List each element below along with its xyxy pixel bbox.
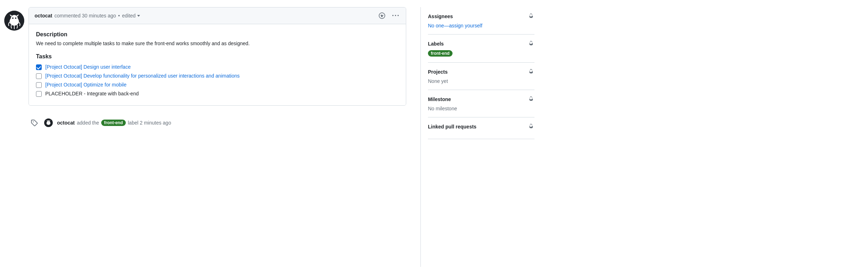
comment-header: octocat commented 30 minutes ago • edite…	[29, 7, 406, 24]
milestone-gear-button[interactable]	[527, 96, 534, 103]
sidebar-section-labels: Labels front-end	[428, 35, 534, 63]
edited-dropdown[interactable]: edited	[122, 13, 140, 19]
avatar[interactable]	[4, 11, 24, 31]
svg-point-14	[48, 121, 48, 122]
sidebar-milestone-title: Milestone	[428, 96, 451, 102]
comment-box: octocat commented 30 minutes ago • edite…	[29, 7, 406, 106]
activity-avatar-svg	[44, 118, 53, 127]
comment-body: Description We need to complete multiple…	[29, 24, 406, 105]
task-link-3[interactable]: [Project Octocat] Optimize for mobile	[45, 82, 126, 88]
activity-author[interactable]: octocat	[57, 120, 75, 126]
assign-yourself-link[interactable]: No one—assign yourself	[428, 23, 482, 28]
projects-gear-icon	[528, 69, 534, 75]
sidebar-section-linked-prs: Linked pull requests	[428, 117, 534, 139]
sidebar-section-assignees: Assignees No one—assign yourself	[428, 7, 534, 35]
sidebar-linked-prs-header: Linked pull requests	[428, 123, 534, 130]
svg-point-11	[47, 121, 50, 123]
sidebar-labels-value: front-end	[428, 50, 534, 57]
sidebar-assignees-title: Assignees	[428, 14, 453, 19]
edited-label: edited	[122, 13, 135, 19]
task-checkbox-4[interactable]	[36, 91, 42, 97]
sidebar-label-badge[interactable]: front-end	[428, 50, 453, 57]
svg-point-7	[381, 15, 381, 16]
sidebar-milestone-value: No milestone	[428, 106, 534, 111]
main-content: octocat commented 30 minutes ago • edite…	[29, 7, 420, 267]
sidebar-projects-header: Projects	[428, 68, 534, 75]
tasks-heading: Tasks	[36, 53, 399, 60]
task-checkbox-3[interactable]	[36, 82, 42, 88]
task-checkbox-2[interactable]	[36, 73, 42, 79]
comment-header-right	[377, 12, 400, 20]
task-item: PLACEHOLDER - Integrate with back-end	[36, 91, 399, 97]
task-link-1[interactable]: [Project Octocat] Design user interface	[45, 64, 131, 70]
task-item: [Project Octocat] Optimize for mobile	[36, 82, 399, 88]
sidebar-labels-title: Labels	[428, 41, 444, 47]
milestone-gear-icon	[528, 96, 534, 102]
description-heading: Description	[36, 31, 399, 38]
sidebar-section-milestone: Milestone No milestone	[428, 90, 534, 117]
sidebar-section-projects: Projects None yet	[428, 63, 534, 90]
comment-meta: commented 30 minutes ago	[55, 13, 116, 19]
activity-text: octocat added the front-end label 2 minu…	[57, 120, 171, 126]
svg-point-8	[383, 15, 383, 16]
chevron-down-icon	[137, 15, 140, 17]
tag-icon	[31, 119, 38, 126]
comment-author[interactable]: octocat	[35, 13, 52, 19]
svg-point-15	[49, 121, 50, 122]
activity-row: octocat added the front-end label 2 minu…	[29, 114, 406, 131]
more-options-button[interactable]	[391, 12, 400, 20]
sidebar-projects-title: Projects	[428, 69, 448, 75]
gear-icon	[528, 14, 534, 19]
projects-gear-button[interactable]	[527, 68, 534, 75]
comment-bullet: •	[118, 13, 120, 19]
task-item: [Project Octocat] Develop functionality …	[36, 73, 399, 79]
activity-action: added the	[77, 120, 99, 126]
task-link-2[interactable]: [Project Octocat] Develop functionality …	[45, 73, 240, 79]
comment-header-left: octocat commented 30 minutes ago • edite…	[35, 13, 140, 19]
activity-suffix: label 2 minutes ago	[128, 120, 171, 126]
task-text-4: PLACEHOLDER - Integrate with back-end	[45, 91, 139, 96]
tag-icon-container	[29, 117, 40, 128]
description-text: We need to complete multiple tasks to ma…	[36, 41, 399, 46]
author-avatar-column	[0, 7, 29, 267]
labels-gear-icon	[528, 41, 534, 47]
svg-point-6	[15, 17, 16, 19]
sidebar-milestone-header: Milestone	[428, 96, 534, 103]
task-list: [Project Octocat] Design user interface …	[36, 64, 399, 97]
labels-gear-button[interactable]	[527, 40, 534, 47]
sidebar-projects-value: None yet	[428, 78, 534, 84]
task-item: [Project Octocat] Design user interface	[36, 64, 399, 70]
linked-prs-gear-icon	[528, 124, 534, 130]
task-checkbox-1[interactable]	[36, 64, 42, 70]
assignees-gear-button[interactable]	[527, 13, 534, 20]
sidebar-assignees-header: Assignees	[428, 13, 534, 20]
smiley-icon	[379, 12, 385, 19]
sidebar: Assignees No one—assign yourself Labels	[420, 7, 534, 267]
activity-label-badge[interactable]: front-end	[101, 120, 126, 126]
more-options-icon	[392, 12, 399, 19]
svg-point-5	[12, 17, 14, 19]
emoji-button[interactable]	[377, 12, 387, 20]
svg-point-2	[11, 15, 18, 22]
sidebar-assignees-value: No one—assign yourself	[428, 23, 534, 28]
linked-prs-gear-button[interactable]	[527, 123, 534, 130]
sidebar-labels-header: Labels	[428, 40, 534, 47]
sidebar-linked-prs-title: Linked pull requests	[428, 124, 476, 130]
activity-avatar[interactable]	[44, 118, 53, 127]
